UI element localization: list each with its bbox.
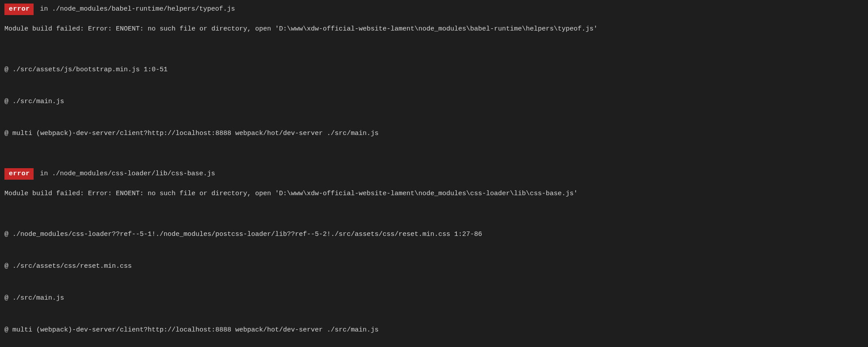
error-location: in ./node_modules/css-loader/lib/css-bas… xyxy=(40,170,215,177)
stack-line: @ ./src/main.js xyxy=(4,293,864,304)
error-message: Module build failed: Error: ENOENT: no s… xyxy=(4,24,864,35)
stack-line: @ ./src/main.js xyxy=(4,96,864,107)
stack-line: @ multi (webpack)-dev-server/client?http… xyxy=(4,325,864,335)
error-badge: error xyxy=(4,168,34,180)
error-location: in ./node_modules/babel-runtime/helpers/… xyxy=(40,5,235,13)
error-header: error in ./node_modules/babel-runtime/he… xyxy=(4,4,864,15)
error-block: error in ./node_modules/css-loader/lib/c… xyxy=(4,168,864,347)
error-header: error in ./node_modules/css-loader/lib/c… xyxy=(4,168,864,180)
stack-trace: @ ./node_modules/css-loader??ref--5-1!./… xyxy=(4,208,864,347)
stack-line: @ ./node_modules/css-loader??ref--5-1!./… xyxy=(4,229,864,240)
error-message: Module build failed: Error: ENOENT: no s… xyxy=(4,189,864,199)
stack-line: @ ./src/assets/css/reset.min.css xyxy=(4,261,864,272)
error-block: error in ./node_modules/babel-runtime/he… xyxy=(4,4,864,160)
error-badge: error xyxy=(4,4,34,15)
stack-line: @ ./src/assets/js/bootstrap.min.js 1:0-5… xyxy=(4,65,864,75)
stack-line: @ multi (webpack)-dev-server/client?http… xyxy=(4,128,864,139)
terminal-output: error in ./node_modules/babel-runtime/he… xyxy=(4,4,864,347)
stack-trace: @ ./src/assets/js/bootstrap.min.js 1:0-5… xyxy=(4,43,864,160)
